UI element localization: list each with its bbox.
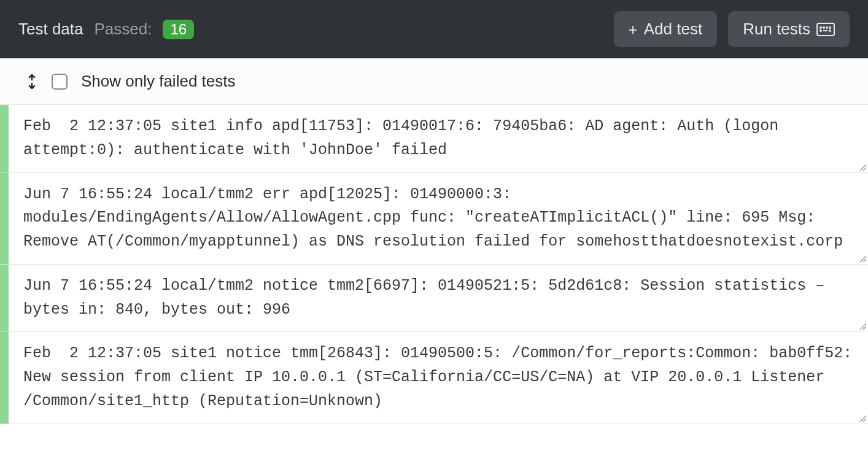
filter-bar: Show only failed tests [0,58,868,105]
status-indicator [0,265,9,332]
test-list: Feb 2 12:37:05 site1 info apd[11753]: 01… [0,105,868,424]
passed-count-badge: 16 [163,20,194,39]
test-row[interactable]: Feb 2 12:37:05 site1 notice tmm[26843]: … [0,332,868,424]
sort-arrows-icon[interactable] [26,73,38,90]
test-content[interactable]: Jun 7 16:55:24 local/tmm2 err apd[12025]… [9,173,868,264]
svg-point-1 [820,27,821,28]
test-content[interactable]: Jun 7 16:55:24 local/tmm2 notice tmm2[66… [9,265,868,332]
header-bar: Test data Passed: 16 + Add test Run test… [0,0,868,58]
test-content[interactable]: Feb 2 12:37:05 site1 notice tmm[26843]: … [9,332,868,423]
resize-handle-icon[interactable] [858,322,867,330]
plus-icon: + [629,21,638,37]
show-failed-checkbox[interactable] [52,74,68,90]
test-row[interactable]: Jun 7 16:55:24 local/tmm2 err apd[12025]… [0,173,868,265]
run-tests-button[interactable]: Run tests [728,11,850,47]
run-tests-label: Run tests [743,20,810,39]
svg-point-2 [823,27,824,28]
page-title: Test data [18,20,83,39]
status-indicator [0,332,9,423]
svg-point-4 [829,27,831,28]
resize-handle-icon[interactable] [858,414,867,422]
svg-point-5 [820,30,821,31]
status-indicator [0,105,9,172]
resize-handle-icon[interactable] [858,163,867,171]
add-test-button[interactable]: + Add test [614,11,718,47]
keyboard-icon [816,23,835,36]
status-indicator [0,173,9,264]
show-failed-label: Show only failed tests [81,72,235,91]
test-content[interactable]: Feb 2 12:37:05 site1 info apd[11753]: 01… [9,105,868,172]
test-row[interactable]: Feb 2 12:37:05 site1 info apd[11753]: 01… [0,105,868,173]
add-test-label: Add test [644,20,702,39]
passed-label: Passed: [95,20,152,39]
svg-point-3 [826,27,827,28]
svg-point-6 [829,30,831,31]
svg-rect-0 [817,23,834,36]
resize-handle-icon[interactable] [858,254,867,263]
test-row[interactable]: Jun 7 16:55:24 local/tmm2 notice tmm2[66… [0,265,868,333]
